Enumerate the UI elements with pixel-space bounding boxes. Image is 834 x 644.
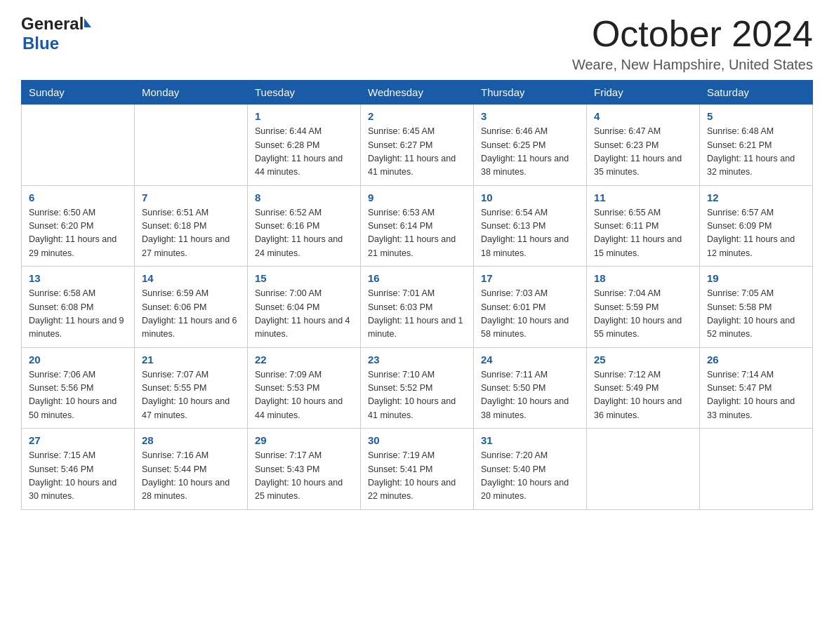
page-header: General Blue October 2024 Weare, New Ham… [21,14,813,73]
logo-blue: Blue [22,34,59,53]
day-info: Sunrise: 6:50 AMSunset: 6:20 PMDaylight:… [29,206,127,261]
calendar-cell [135,105,248,186]
day-info: Sunrise: 7:19 AMSunset: 5:41 PMDaylight:… [368,449,466,504]
calendar-cell: 18Sunrise: 7:04 AMSunset: 5:59 PMDayligh… [587,267,700,348]
calendar-cell: 21Sunrise: 7:07 AMSunset: 5:55 PMDayligh… [135,347,248,429]
calendar-cell: 27Sunrise: 7:15 AMSunset: 5:46 PMDayligh… [22,429,135,510]
day-info: Sunrise: 7:07 AMSunset: 5:55 PMDaylight:… [142,368,240,423]
day-number: 29 [255,434,353,446]
logo: General Blue [21,14,91,53]
day-number: 6 [29,192,127,203]
logo-arrow-icon [84,18,91,27]
weekday-header-sunday: Sunday [22,81,135,105]
calendar-cell: 1Sunrise: 6:44 AMSunset: 6:28 PMDaylight… [248,105,361,186]
calendar-cell: 19Sunrise: 7:05 AMSunset: 5:58 PMDayligh… [700,267,813,348]
day-number: 20 [29,354,127,365]
day-info: Sunrise: 7:04 AMSunset: 5:59 PMDaylight:… [594,287,692,342]
calendar-cell: 12Sunrise: 6:57 AMSunset: 6:09 PMDayligh… [700,185,813,267]
month-title: October 2024 [572,14,813,54]
day-info: Sunrise: 7:17 AMSunset: 5:43 PMDaylight:… [255,449,353,504]
calendar-cell: 22Sunrise: 7:09 AMSunset: 5:53 PMDayligh… [248,347,361,429]
day-number: 3 [481,110,579,122]
day-info: Sunrise: 7:16 AMSunset: 5:44 PMDaylight:… [142,449,240,504]
calendar-cell: 3Sunrise: 6:46 AMSunset: 6:25 PMDaylight… [474,105,587,186]
day-number: 17 [481,272,579,284]
day-info: Sunrise: 7:01 AMSunset: 6:03 PMDaylight:… [368,287,466,342]
day-info: Sunrise: 6:45 AMSunset: 6:27 PMDaylight:… [368,125,466,180]
calendar-cell [22,105,135,186]
day-number: 9 [368,192,466,203]
day-info: Sunrise: 7:12 AMSunset: 5:49 PMDaylight:… [594,368,692,423]
weekday-header-thursday: Thursday [474,81,587,105]
calendar-cell: 31Sunrise: 7:20 AMSunset: 5:40 PMDayligh… [474,429,587,510]
calendar-cell: 29Sunrise: 7:17 AMSunset: 5:43 PMDayligh… [248,429,361,510]
day-info: Sunrise: 6:44 AMSunset: 6:28 PMDaylight:… [255,125,353,180]
calendar-cell: 11Sunrise: 6:55 AMSunset: 6:11 PMDayligh… [587,185,700,267]
day-info: Sunrise: 7:15 AMSunset: 5:46 PMDaylight:… [29,449,127,504]
day-info: Sunrise: 6:58 AMSunset: 6:08 PMDaylight:… [29,287,127,342]
calendar-week-5: 27Sunrise: 7:15 AMSunset: 5:46 PMDayligh… [22,429,813,510]
day-number: 5 [707,110,805,122]
day-number: 11 [594,192,692,203]
calendar-cell: 6Sunrise: 6:50 AMSunset: 6:20 PMDaylight… [22,185,135,267]
day-info: Sunrise: 7:09 AMSunset: 5:53 PMDaylight:… [255,368,353,423]
calendar-week-2: 6Sunrise: 6:50 AMSunset: 6:20 PMDaylight… [22,185,813,267]
day-number: 24 [481,354,579,365]
day-info: Sunrise: 6:54 AMSunset: 6:13 PMDaylight:… [481,206,579,261]
day-number: 16 [368,272,466,284]
day-number: 8 [255,192,353,203]
day-number: 26 [707,354,805,365]
calendar-cell: 7Sunrise: 6:51 AMSunset: 6:18 PMDaylight… [135,185,248,267]
day-info: Sunrise: 7:03 AMSunset: 6:01 PMDaylight:… [481,287,579,342]
day-number: 22 [255,354,353,365]
location: Weare, New Hampshire, United States [572,57,813,73]
day-info: Sunrise: 6:59 AMSunset: 6:06 PMDaylight:… [142,287,240,342]
calendar-cell: 9Sunrise: 6:53 AMSunset: 6:14 PMDaylight… [361,185,474,267]
day-number: 13 [29,272,127,284]
calendar-cell: 15Sunrise: 7:00 AMSunset: 6:04 PMDayligh… [248,267,361,348]
day-number: 23 [368,354,466,365]
day-info: Sunrise: 7:10 AMSunset: 5:52 PMDaylight:… [368,368,466,423]
day-info: Sunrise: 7:20 AMSunset: 5:40 PMDaylight:… [481,449,579,504]
weekday-header-monday: Monday [135,81,248,105]
calendar-cell: 5Sunrise: 6:48 AMSunset: 6:21 PMDaylight… [700,105,813,186]
weekday-header-saturday: Saturday [700,81,813,105]
logo-general: General [21,14,84,34]
calendar-cell: 28Sunrise: 7:16 AMSunset: 5:44 PMDayligh… [135,429,248,510]
day-info: Sunrise: 7:11 AMSunset: 5:50 PMDaylight:… [481,368,579,423]
calendar-cell: 14Sunrise: 6:59 AMSunset: 6:06 PMDayligh… [135,267,248,348]
day-info: Sunrise: 6:48 AMSunset: 6:21 PMDaylight:… [707,125,805,180]
calendar-header-row: SundayMondayTuesdayWednesdayThursdayFrid… [22,81,813,105]
day-number: 30 [368,434,466,446]
day-info: Sunrise: 6:51 AMSunset: 6:18 PMDaylight:… [142,206,240,261]
calendar-cell: 30Sunrise: 7:19 AMSunset: 5:41 PMDayligh… [361,429,474,510]
calendar-week-4: 20Sunrise: 7:06 AMSunset: 5:56 PMDayligh… [22,347,813,429]
day-info: Sunrise: 6:52 AMSunset: 6:16 PMDaylight:… [255,206,353,261]
calendar-cell: 2Sunrise: 6:45 AMSunset: 6:27 PMDaylight… [361,105,474,186]
calendar-cell: 10Sunrise: 6:54 AMSunset: 6:13 PMDayligh… [474,185,587,267]
calendar-cell: 26Sunrise: 7:14 AMSunset: 5:47 PMDayligh… [700,347,813,429]
day-info: Sunrise: 7:05 AMSunset: 5:58 PMDaylight:… [707,287,805,342]
day-number: 19 [707,272,805,284]
calendar-cell: 4Sunrise: 6:47 AMSunset: 6:23 PMDaylight… [587,105,700,186]
weekday-header-friday: Friday [587,81,700,105]
day-number: 12 [707,192,805,203]
calendar-cell [587,429,700,510]
day-number: 27 [29,434,127,446]
calendar-table: SundayMondayTuesdayWednesdayThursdayFrid… [21,80,813,510]
day-number: 2 [368,110,466,122]
day-info: Sunrise: 6:46 AMSunset: 6:25 PMDaylight:… [481,125,579,180]
calendar-cell: 23Sunrise: 7:10 AMSunset: 5:52 PMDayligh… [361,347,474,429]
calendar-week-1: 1Sunrise: 6:44 AMSunset: 6:28 PMDaylight… [22,105,813,186]
weekday-header-tuesday: Tuesday [248,81,361,105]
calendar-cell: 16Sunrise: 7:01 AMSunset: 6:03 PMDayligh… [361,267,474,348]
day-info: Sunrise: 7:00 AMSunset: 6:04 PMDaylight:… [255,287,353,342]
title-section: October 2024 Weare, New Hampshire, Unite… [572,14,813,73]
day-number: 15 [255,272,353,284]
calendar-cell: 17Sunrise: 7:03 AMSunset: 6:01 PMDayligh… [474,267,587,348]
day-number: 7 [142,192,240,203]
day-number: 31 [481,434,579,446]
day-number: 10 [481,192,579,203]
day-info: Sunrise: 6:55 AMSunset: 6:11 PMDaylight:… [594,206,692,261]
calendar-cell [700,429,813,510]
